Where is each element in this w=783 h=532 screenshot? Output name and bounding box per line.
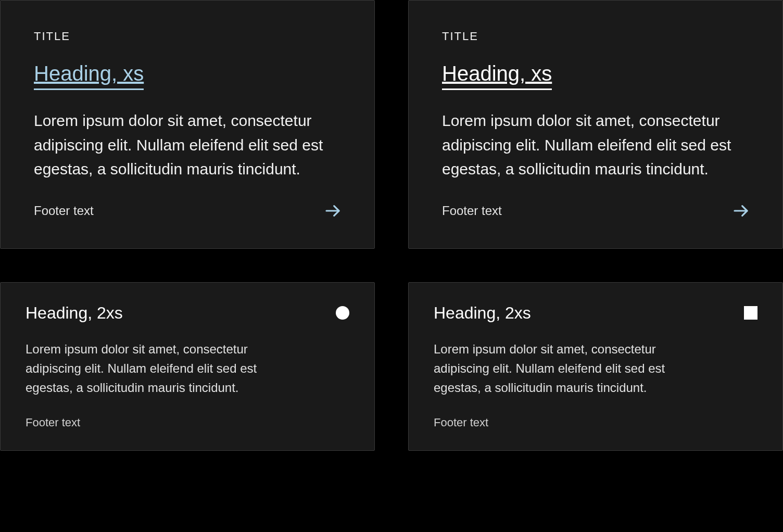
card-body: Lorem ipsum dolor sit amet, consectetur … (34, 109, 325, 182)
circle-icon (336, 306, 349, 320)
card-footer-text: Footer text (26, 416, 349, 429)
arrow-right-icon[interactable] (733, 202, 749, 219)
card-eyebrow: TITLE (442, 30, 749, 43)
card-heading: Heading, 2xs (434, 303, 531, 323)
card-heading: Heading, 2xs (26, 303, 123, 323)
card-footer: Footer text (34, 202, 341, 219)
card-small-square: Heading, 2xs Lorem ipsum dolor sit amet,… (408, 282, 783, 451)
card-large-accent: TITLE Heading, xs Lorem ipsum dolor sit … (0, 0, 375, 249)
card-grid: TITLE Heading, xs Lorem ipsum dolor sit … (0, 0, 783, 451)
square-icon (744, 306, 757, 320)
card-footer-text: Footer text (434, 416, 757, 429)
card-heading-link[interactable]: Heading, xs (442, 62, 552, 90)
card-footer-text: Footer text (34, 204, 94, 218)
card-body: Lorem ipsum dolor sit amet, consectetur … (434, 339, 715, 398)
card-footer: Footer text (442, 202, 749, 219)
card-body: Lorem ipsum dolor sit amet, consectetur … (442, 109, 734, 182)
card-head-row: Heading, 2xs (434, 303, 757, 323)
card-heading-link[interactable]: Heading, xs (34, 62, 144, 90)
card-head-row: Heading, 2xs (26, 303, 349, 323)
card-body: Lorem ipsum dolor sit amet, consectetur … (26, 339, 307, 398)
card-small-circle: Heading, 2xs Lorem ipsum dolor sit amet,… (0, 282, 375, 451)
card-large-plain: TITLE Heading, xs Lorem ipsum dolor sit … (408, 0, 783, 249)
card-eyebrow: TITLE (34, 30, 341, 43)
arrow-right-icon[interactable] (324, 202, 341, 219)
card-footer-text: Footer text (442, 204, 502, 218)
